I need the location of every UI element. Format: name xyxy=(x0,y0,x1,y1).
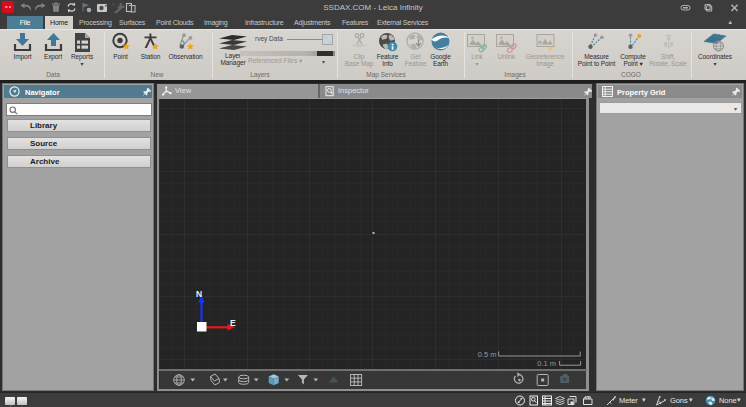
svg-text:0.1 m: 0.1 m xyxy=(537,359,556,368)
svg-text:N: N xyxy=(196,289,202,299)
svg-text:E: E xyxy=(230,318,236,328)
svg-text:0.5 m: 0.5 m xyxy=(478,350,497,359)
